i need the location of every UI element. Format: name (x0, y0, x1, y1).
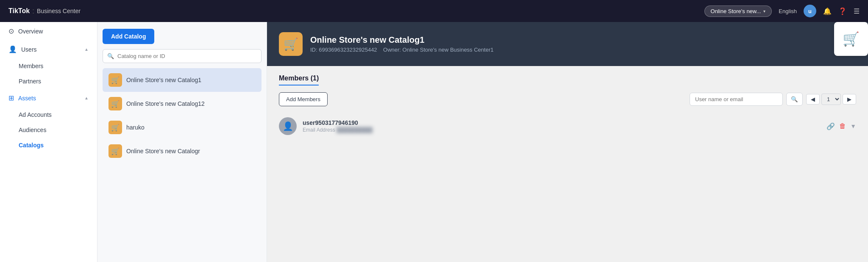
sidebar-sub-item-ad-accounts-label: Ad Accounts (19, 111, 52, 118)
catalog-item-2[interactable]: 🛒 haruko (103, 116, 262, 139)
catalog-detail-panel: 🛒 Online Store's new Catalog1 ID: 699369… (267, 22, 868, 262)
topnav-right: Online Store's new... ▾ English u 🔔 ❓ ☰ (704, 5, 860, 17)
member-row: 👤 user9503177946190 Email Address ██████… (279, 112, 856, 141)
search-icon: 🔍 (107, 53, 114, 59)
sidebar-sub-item-partners[interactable]: Partners (0, 74, 97, 89)
sidebar-sub-item-members[interactable]: Members (0, 58, 97, 74)
sidebar-sub-item-catalogs[interactable]: Catalogs (0, 138, 97, 153)
catalog-header-title: Online Store's new Catalog1 (310, 35, 856, 45)
sidebar-sub-item-partners-label: Partners (19, 78, 41, 85)
expand-icon[interactable]: ▼ (850, 123, 856, 130)
catalog-id: ID: 6993696323232925442 (310, 47, 377, 53)
avatar-letter: u (808, 8, 812, 14)
catalog-search-input[interactable] (117, 53, 257, 59)
store-selector-label: Online Store's new... (711, 8, 761, 14)
catalog-item-icon-3: 🛒 (108, 144, 122, 158)
avatar-person-icon: 👤 (283, 121, 293, 131)
logo-tiktok: TikTok (8, 7, 30, 15)
catalog-header-icon: 🛒 (279, 32, 303, 56)
topnav-left: TikTok : Business Center (8, 7, 81, 16)
sidebar-item-overview-label: Overview (18, 28, 89, 35)
sidebar-sub-item-audiences-label: Audiences (19, 127, 46, 133)
add-catalog-button[interactable]: Add Catalog (103, 29, 154, 44)
sidebar: ⊙ Overview 👤 Users ▲ Members Partners ⊞ … (0, 22, 97, 262)
catalog-detail-body: Members (1) Add Members 🔍 ◀ 1 ▶ (267, 66, 868, 262)
catalog-search-box: 🔍 (103, 49, 262, 63)
catalog-items-list: 🛒 Online Store's new Catalog1 🛒 Online S… (103, 68, 262, 163)
logo-subtitle: Business Center (37, 8, 81, 14)
bell-icon[interactable]: 🔔 (823, 7, 832, 15)
chevron-down-icon: ▾ (763, 9, 765, 14)
content-area: Add Catalog 🔍 🛒 Online Store's new Catal… (97, 22, 868, 262)
add-members-button[interactable]: Add Members (279, 92, 328, 106)
store-selector[interactable]: Online Store's new... ▾ (704, 6, 772, 17)
member-actions: 🔗 🗑 ▼ (826, 122, 856, 130)
catalog-list-panel: Add Catalog 🔍 🛒 Online Store's new Catal… (97, 22, 267, 262)
main-layout: ⊙ Overview 👤 Users ▲ Members Partners ⊞ … (0, 22, 868, 262)
next-page-button[interactable]: ▶ (843, 94, 856, 105)
members-heading: Members (1) (279, 74, 319, 85)
catalog-item-3[interactable]: 🛒 Online Store's new Catalogr (103, 139, 262, 163)
sidebar-item-overview[interactable]: ⊙ Overview (0, 22, 97, 40)
catalog-item-name-0: Online Store's new Catalog1 (126, 77, 201, 83)
delete-icon[interactable]: 🗑 (839, 122, 846, 130)
sidebar-sub-item-ad-accounts[interactable]: Ad Accounts (0, 107, 97, 122)
topnav: TikTok : Business Center Online Store's … (0, 0, 868, 22)
sidebar-item-assets-label: Assets (18, 95, 80, 102)
users-icon: 👤 (8, 45, 17, 53)
catalog-item-name-1: Online Store's new Catalog12 (126, 100, 205, 107)
catalog-owner: Owner: Online Store's new Business Cente… (383, 47, 493, 53)
cart-icon: 🛒 (843, 31, 860, 47)
catalog-header-info: Online Store's new Catalog1 ID: 69936963… (310, 35, 856, 53)
member-info: user9503177946190 Email Address ████████… (303, 119, 821, 133)
avatar: u (804, 5, 816, 17)
assets-icon: ⊞ (8, 94, 14, 102)
email-value: ██████████ (337, 127, 373, 133)
sidebar-sub-item-catalogs-label: Catalogs (19, 142, 44, 149)
member-username: user9503177946190 (303, 119, 821, 126)
catalog-item-name-2: haruko (126, 124, 145, 131)
catalog-item-0[interactable]: 🛒 Online Store's new Catalog1 (103, 68, 262, 92)
menu-icon[interactable]: ☰ (854, 7, 860, 15)
members-search-button[interactable]: 🔍 (786, 93, 803, 106)
chevron-up-icon: ▲ (84, 47, 89, 52)
catalog-item-icon-0: 🛒 (108, 73, 122, 87)
members-search-input[interactable] (690, 93, 783, 106)
sidebar-sub-item-audiences[interactable]: Audiences (0, 122, 97, 138)
email-label: Email Address (303, 127, 335, 133)
language-label: English (779, 8, 797, 14)
logo: TikTok : Business Center (8, 7, 81, 16)
catalog-item-icon-1: 🛒 (108, 97, 122, 110)
member-avatar: 👤 (279, 117, 297, 135)
catalog-item-icon-2: 🛒 (108, 121, 122, 134)
catalog-header-meta: ID: 6993696323232925442 Owner: Online St… (310, 47, 856, 53)
overview-icon: ⊙ (8, 27, 14, 35)
external-link-icon[interactable]: 🔗 (826, 122, 835, 130)
sidebar-item-users-label: Users (21, 46, 80, 53)
logo-separator: : (32, 7, 34, 16)
chevron-up-icon-assets: ▲ (84, 96, 89, 100)
floating-cart-button[interactable]: 🛒 (834, 22, 868, 56)
catalog-item-name-3: Online Store's new Catalogr (126, 148, 200, 154)
members-toolbar: Add Members 🔍 ◀ 1 ▶ (279, 92, 856, 106)
catalog-header-banner: 🛒 Online Store's new Catalog1 ID: 699369… (267, 22, 868, 66)
member-email: Email Address ██████████ (303, 127, 821, 133)
sidebar-item-assets[interactable]: ⊞ Assets ▲ (0, 89, 97, 107)
help-icon[interactable]: ❓ (838, 7, 847, 15)
catalog-item-1[interactable]: 🛒 Online Store's new Catalog12 (103, 92, 262, 116)
page-select[interactable]: 1 (821, 94, 841, 105)
prev-page-button[interactable]: ◀ (806, 94, 820, 105)
members-search-area: 🔍 ◀ 1 ▶ (690, 93, 856, 106)
sidebar-sub-item-members-label: Members (19, 63, 43, 69)
sidebar-item-users[interactable]: 👤 Users ▲ (0, 40, 97, 58)
pagination: ◀ 1 ▶ (806, 94, 856, 105)
